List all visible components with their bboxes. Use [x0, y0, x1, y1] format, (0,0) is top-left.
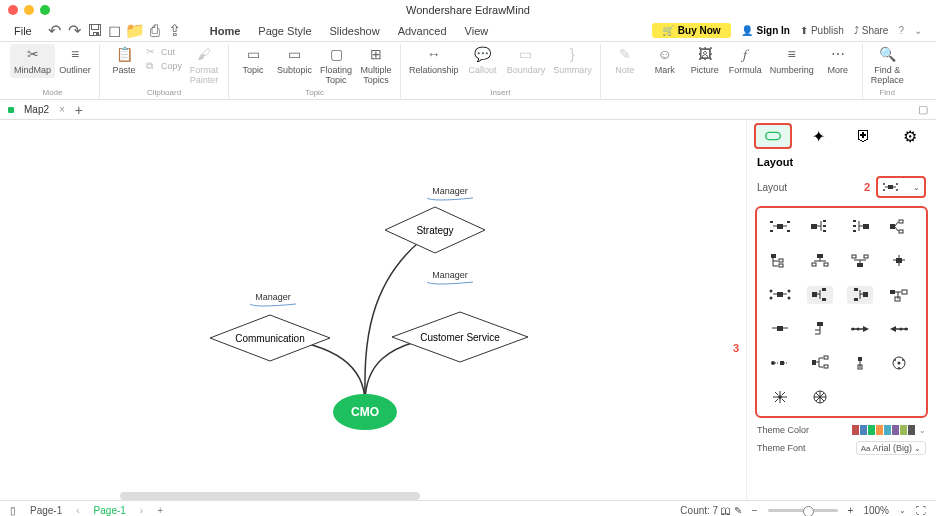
mark-button[interactable]: ☺Mark [645, 44, 685, 78]
layout-option-6[interactable] [807, 252, 833, 270]
tab-advanced[interactable]: Advanced [398, 25, 447, 37]
zoom-out-button[interactable]: − [752, 505, 758, 516]
formula-button[interactable]: 𝑓Formula [725, 44, 766, 78]
layout-option-7[interactable] [847, 252, 873, 270]
save-icon[interactable]: 🖫 [88, 24, 102, 38]
panel-tab-security[interactable]: ⛨ [845, 123, 883, 149]
layout-option-3[interactable] [847, 218, 873, 236]
publish-button[interactable]: ⬆Publish [800, 25, 844, 36]
outliner-button[interactable]: ≡Outliner [55, 44, 95, 78]
cut-button[interactable]: ✂Cut [146, 46, 182, 58]
page-prev-icon[interactable]: ‹ [76, 505, 79, 516]
panel-tab-settings[interactable]: ⚙ [891, 123, 929, 149]
layout-option-14[interactable] [807, 320, 833, 338]
svg-point-108 [898, 367, 900, 369]
floating-topic-button[interactable]: ▢Floating Topic [316, 44, 356, 88]
copy-button[interactable]: ⧉Copy [146, 60, 182, 72]
chevron-down-icon[interactable]: ⌄ [919, 426, 926, 435]
outline-view-icon[interactable]: ▯ [10, 505, 16, 516]
undo-icon[interactable]: ↶ [48, 24, 62, 38]
close-window[interactable] [8, 5, 18, 15]
page-tab-left[interactable]: Page-1 [30, 505, 62, 516]
close-doc-icon[interactable]: × [59, 104, 65, 115]
add-doc-button[interactable]: + [75, 102, 83, 118]
zoom-slider[interactable] [768, 509, 838, 512]
add-page-button[interactable]: + [157, 505, 163, 516]
file-menu[interactable]: File [14, 25, 32, 37]
numbering-button[interactable]: ≡Numbering [766, 44, 818, 78]
layout-option-17[interactable] [767, 354, 793, 372]
count-label: Count: 7 🕮 ✎ [680, 505, 741, 516]
tab-view[interactable]: View [465, 25, 489, 37]
layout-option-12[interactable] [886, 286, 912, 304]
tab-page-style[interactable]: Page Style [258, 25, 311, 37]
note-button[interactable]: ✎Note [605, 44, 645, 78]
layout-option-9[interactable] [767, 286, 793, 304]
theme-font-dropdown[interactable]: Aa Arial (Big) ⌄ [856, 441, 926, 455]
layout-dropdown[interactable]: ⌄ [876, 176, 926, 198]
boundary-button[interactable]: ▭Boundary [503, 44, 550, 78]
svg-point-56 [770, 290, 773, 293]
layout-option-22[interactable] [807, 388, 833, 406]
paste-button[interactable]: 📋Paste [104, 44, 144, 78]
layout-option-15[interactable] [847, 320, 873, 338]
subtopic-button[interactable]: ▭Subtopic [273, 44, 316, 78]
panel-toggle-icon[interactable]: ▢ [918, 103, 928, 116]
print-icon[interactable]: ⎙ [148, 24, 162, 38]
zoom-in-button[interactable]: + [848, 505, 854, 516]
canvas[interactable]: CMO Communication Manager Strategy Manag… [0, 120, 746, 500]
tab-slideshow[interactable]: Slideshow [330, 25, 380, 37]
layout-option-21[interactable] [767, 388, 793, 406]
open-icon[interactable]: 📁 [128, 24, 142, 38]
format-painter-button[interactable]: 🖌Format Painter [184, 44, 224, 88]
layout-option-16[interactable] [886, 320, 912, 338]
svg-rect-64 [822, 298, 826, 301]
layout-option-13[interactable] [767, 320, 793, 338]
relationship-button[interactable]: ↔Relationship [405, 44, 463, 78]
svg-rect-69 [854, 298, 858, 301]
layout-option-18[interactable] [807, 354, 833, 372]
picture-button[interactable]: 🖼Picture [685, 44, 725, 78]
layout-option-11[interactable] [847, 286, 873, 304]
doc-tab[interactable]: Map2 [24, 104, 49, 115]
panel-tab-ai[interactable]: ✦ [800, 123, 838, 149]
svg-rect-48 [896, 258, 902, 263]
minimize-window[interactable] [24, 5, 34, 15]
fit-view-icon[interactable]: ⛶ [916, 505, 926, 516]
export-icon[interactable]: ⇪ [168, 24, 182, 38]
svg-rect-75 [777, 326, 783, 331]
svg-rect-42 [824, 263, 828, 266]
share-button[interactable]: ⤴Share [854, 25, 889, 36]
collapse-ribbon-icon[interactable]: ⌄ [914, 25, 922, 36]
callout-button[interactable]: 💬Callout [463, 44, 503, 78]
horizontal-scrollbar[interactable] [120, 492, 420, 500]
help-icon[interactable]: ? [898, 25, 904, 36]
find-replace-button[interactable]: 🔍Find & Replace [867, 44, 908, 88]
cut-icon: ✂ [146, 46, 158, 58]
redo-icon[interactable]: ↷ [68, 24, 82, 38]
new-icon[interactable]: ◻ [108, 24, 122, 38]
layout-option-5[interactable] [767, 252, 793, 270]
layout-option-20[interactable] [886, 354, 912, 372]
layout-option-2[interactable] [807, 218, 833, 236]
more-button[interactable]: ⋯More [818, 44, 858, 78]
layout-option-4[interactable] [886, 218, 912, 236]
page-next-icon[interactable]: › [140, 505, 143, 516]
zoom-dropdown-icon[interactable]: ⌄ [899, 506, 906, 515]
multiple-topics-button[interactable]: ⊞Multiple Topics [356, 44, 396, 88]
layout-option-1[interactable] [767, 218, 793, 236]
page-tab-active[interactable]: Page-1 [94, 505, 126, 516]
tab-home[interactable]: Home [210, 25, 241, 37]
layout-option-8[interactable] [886, 252, 912, 270]
summary-button[interactable]: }Summary [549, 44, 596, 78]
sign-in-button[interactable]: 👤Sign In [741, 25, 790, 36]
chevron-down-icon: ⌄ [914, 444, 921, 453]
topic-button[interactable]: ▭Topic [233, 44, 273, 78]
panel-tab-style[interactable] [754, 123, 792, 149]
theme-color-swatches[interactable] [852, 425, 915, 435]
buy-now-button[interactable]: 🛒Buy Now [652, 23, 731, 38]
layout-option-19[interactable] [847, 354, 873, 372]
mindmap-button[interactable]: ✂MindMap [10, 44, 55, 78]
maximize-window[interactable] [40, 5, 50, 15]
layout-option-10[interactable] [807, 286, 833, 304]
